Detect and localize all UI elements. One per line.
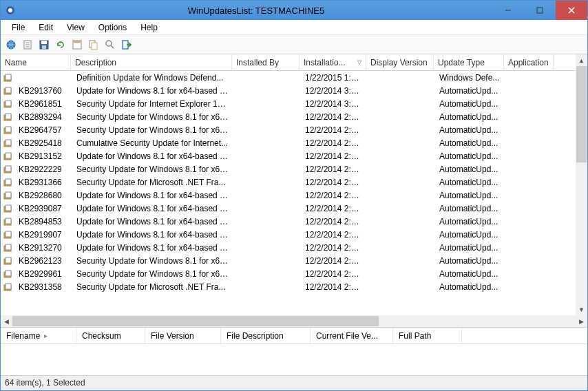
table-row[interactable]: KB2919907Update for Windows 8.1 for x64-…: [1, 228, 576, 241]
refresh-icon[interactable]: [53, 37, 68, 52]
hscroll-thumb[interactable]: [12, 316, 379, 326]
column-file-description[interactable]: File Description: [221, 328, 311, 344]
column-install-date[interactable]: Installatio...▽: [300, 54, 366, 70]
column-update-type[interactable]: Update Type: [434, 54, 504, 70]
cell-application: [505, 90, 555, 92]
table-row[interactable]: KB2913270Update for Windows 8.1 for x64-…: [1, 241, 576, 254]
scroll-right-icon[interactable]: ▶: [576, 315, 587, 327]
cell-application: [505, 156, 555, 157]
column-application[interactable]: Application: [504, 54, 554, 70]
globe-icon[interactable]: [3, 37, 19, 52]
cell-installed-by: [233, 169, 301, 170]
cell-description: Security Update for Internet Explorer 11…: [72, 98, 233, 109]
cell-name: KB2894853: [14, 216, 72, 227]
table-row[interactable]: KB2922229Security Update for Windows 8.1…: [1, 162, 576, 176]
table-row[interactable]: KB2962123Security Update for Windows 8.1…: [1, 254, 576, 267]
table-row[interactable]: KB2928680Update for Windows 8.1 for x64-…: [1, 189, 576, 202]
status-text: 64 item(s), 1 Selected: [5, 378, 85, 388]
grid-body[interactable]: Definition Update for Windows Defend...1…: [1, 71, 576, 315]
table-row[interactable]: KB2894853Update for Windows 8.1 for x64-…: [1, 215, 576, 228]
cell-application: [505, 129, 555, 131]
main-window: WinUpdatesList: TESTMACHINE5 File Edit V…: [0, 0, 588, 391]
update-item-icon: [3, 87, 13, 95]
minimize-button[interactable]: [492, 1, 524, 20]
cell-name: KB2964757: [14, 125, 72, 136]
menu-options[interactable]: Options: [92, 21, 134, 34]
column-current-file-version[interactable]: Current File Ve...: [311, 328, 393, 344]
find-icon[interactable]: [103, 37, 118, 52]
svg-rect-52: [6, 271, 11, 276]
cell-description: Definition Update for Windows Defend...: [72, 72, 233, 83]
table-row[interactable]: Definition Update for Windows Defend...1…: [1, 71, 576, 84]
table-row[interactable]: KB2893294Security Update for Windows 8.1…: [1, 110, 576, 123]
scroll-track[interactable]: [576, 66, 587, 304]
table-row[interactable]: KB2931358Security Update for Microsoft .…: [1, 280, 576, 293]
cell-display-version: [368, 247, 435, 249]
scroll-thumb[interactable]: [576, 66, 587, 162]
copy-icon[interactable]: [86, 37, 101, 52]
cell-display-version: [368, 103, 435, 105]
maximize-button[interactable]: [524, 1, 556, 20]
column-file-version[interactable]: File Version: [145, 328, 221, 344]
properties-icon[interactable]: [70, 37, 85, 52]
close-button[interactable]: [556, 1, 587, 20]
table-row[interactable]: KB2961851Security Update for Internet Ex…: [1, 97, 576, 110]
document-icon[interactable]: [20, 37, 35, 52]
menu-view[interactable]: View: [60, 21, 92, 34]
lower-pane: Filename▸ Checksum File Version File Des…: [1, 327, 587, 375]
cell-installed-by: [233, 234, 301, 235]
cell-display-version: [368, 77, 435, 78]
cell-application: [505, 195, 555, 196]
cell-description: Update for Windows 8.1 for x64-based S..…: [72, 85, 233, 96]
table-row[interactable]: KB2929961Security Update for Windows 8.1…: [1, 267, 576, 280]
app-icon: [5, 5, 16, 16]
cell-application: [505, 169, 555, 170]
svg-rect-44: [6, 218, 11, 224]
table-row[interactable]: KB2931366Security Update for Microsoft .…: [1, 176, 576, 189]
cell-installed-by: [233, 260, 301, 262]
scroll-left-icon[interactable]: ◀: [1, 315, 12, 327]
table-row[interactable]: KB2913760Update for Windows 8.1 for x64-…: [1, 84, 576, 97]
table-row[interactable]: KB2939087Update for Windows 8.1 for x64-…: [1, 202, 576, 215]
cell-installed-by: [233, 103, 301, 105]
column-filename[interactable]: Filename▸: [1, 328, 76, 344]
column-display-version[interactable]: Display Version: [366, 54, 434, 70]
table-row[interactable]: KB2925418Cumulative Security Update for …: [1, 136, 576, 149]
table-row[interactable]: KB2964757Security Update for Windows 8.1…: [1, 123, 576, 136]
cell-install-date: 12/2/2014 2:59:...: [301, 112, 368, 123]
scroll-down-icon[interactable]: ▼: [576, 304, 587, 315]
sort-desc-icon: ▽: [357, 59, 361, 65]
save-icon[interactable]: [36, 37, 52, 52]
cell-update-type: AutomaticUpd...: [435, 216, 505, 227]
update-item-icon: [3, 126, 13, 134]
svg-rect-32: [6, 140, 11, 145]
column-name[interactable]: Name: [1, 54, 71, 70]
menu-file[interactable]: File: [5, 21, 32, 34]
menu-edit[interactable]: Edit: [32, 21, 60, 34]
column-full-path[interactable]: Full Path: [393, 328, 462, 344]
cell-update-type: Windows Defe...: [435, 72, 505, 83]
update-item-icon: [3, 218, 13, 226]
cell-name: KB2939087: [14, 203, 72, 214]
cell-display-version: [368, 182, 435, 183]
column-checksum[interactable]: Checksum: [76, 328, 145, 344]
window-controls: [492, 1, 587, 20]
hscroll-track[interactable]: [12, 315, 576, 327]
cell-application: [505, 182, 555, 183]
lower-grid-body[interactable]: [1, 344, 587, 375]
vertical-scrollbar[interactable]: ▲ ▼: [576, 54, 587, 315]
table-row[interactable]: KB2913152Update for Windows 8.1 for x64-…: [1, 149, 576, 162]
cell-installed-by: [233, 286, 301, 288]
svg-rect-15: [74, 41, 81, 43]
cell-name: KB2922229: [14, 164, 72, 175]
column-installed-by[interactable]: Installed By: [232, 54, 300, 70]
column-description[interactable]: Description: [71, 54, 232, 70]
menu-help[interactable]: Help: [134, 21, 165, 34]
cell-description: Update for Windows 8.1 for x64-based S..…: [72, 242, 233, 253]
scroll-up-icon[interactable]: ▲: [576, 54, 587, 66]
cell-installed-by: [233, 221, 301, 222]
exit-icon[interactable]: [119, 37, 134, 52]
horizontal-scrollbar[interactable]: ◀ ▶: [1, 315, 587, 327]
cell-install-date: 12/2/2014 2:58:...: [301, 190, 368, 201]
cell-name: KB2913760: [14, 85, 72, 96]
